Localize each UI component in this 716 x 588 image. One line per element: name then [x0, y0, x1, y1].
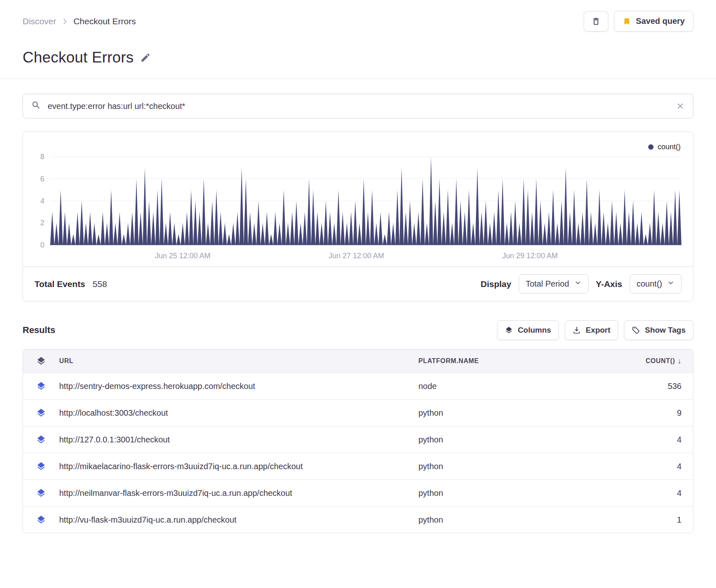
url-cell: http://vu-flask-m3uuizd7iq-uc.a.run.app/… — [59, 515, 418, 525]
export-label: Export — [586, 326, 610, 335]
yaxis-value: count() — [637, 279, 662, 289]
display-dropdown[interactable]: Total Period — [519, 274, 589, 294]
url-cell: http://sentry-demos-express.herokuapp.co… — [59, 382, 418, 391]
top-bar: Discover Checkout Errors Saved query — [23, 0, 693, 32]
yaxis-label: Y-Axis — [596, 279, 622, 289]
footer-controls: Display Total Period Y-Axis count() — [480, 274, 681, 294]
download-icon — [573, 326, 581, 334]
title-row: Checkout Errors — [23, 49, 693, 66]
edit-title-pencil-icon[interactable] — [140, 52, 151, 63]
platform-cell: python — [418, 408, 607, 418]
layers-icon[interactable] — [23, 408, 59, 418]
tag-icon — [632, 326, 640, 334]
x-axis-label: Jun 27 12:00 AM — [328, 252, 384, 260]
chevron-down-icon — [667, 279, 674, 289]
url-cell: http://127.0.0.1:3001/checkout — [59, 435, 418, 444]
bookmark-icon — [623, 17, 631, 25]
breadcrumb: Discover Checkout Errors — [23, 16, 136, 26]
plot-area — [50, 157, 681, 245]
table-row[interactable]: http://sentry-demos-express.herokuapp.co… — [23, 373, 693, 399]
layers-icon[interactable] — [23, 488, 59, 498]
table-row[interactable]: http://localhost:3003/checkoutpython9 — [23, 399, 693, 426]
layers-icon[interactable] — [23, 381, 59, 391]
legend-label: count() — [658, 143, 681, 151]
count-cell: 4 — [607, 435, 681, 444]
page-title: Checkout Errors — [23, 49, 134, 66]
yaxis-dropdown[interactable]: count() — [630, 274, 681, 294]
x-axis-label: Jun 25 12:00 AM — [155, 252, 210, 260]
y-axis-label: 8 — [40, 153, 44, 161]
search-icon — [31, 100, 41, 112]
total-events: Total Events 558 — [35, 279, 107, 289]
y-axis-label: 2 — [40, 219, 44, 227]
export-button[interactable]: Export — [565, 320, 618, 340]
chevron-right-icon — [61, 18, 69, 25]
total-events-value: 558 — [92, 279, 107, 289]
platform-cell: python — [418, 435, 607, 444]
url-cell: http://neilmanvar-flask-errors-m3uuizd7i… — [59, 488, 418, 498]
columns-label: Columns — [518, 326, 551, 335]
x-axis-label: Jun 29 12:00 AM — [502, 252, 558, 260]
y-axis: 86420 — [29, 157, 50, 245]
table-row[interactable]: http://mikaelacarino-flask-errors-m3uuiz… — [23, 453, 693, 479]
table-row[interactable]: http://neilmanvar-flask-errors-m3uuizd7i… — [23, 479, 693, 506]
y-axis-label: 0 — [40, 241, 44, 250]
layers-icon[interactable] — [23, 515, 59, 525]
count-cell: 536 — [607, 382, 681, 391]
delete-query-button[interactable] — [584, 11, 608, 32]
display-label: Display — [480, 279, 511, 289]
results-buttons: Columns Export Show Tags — [497, 320, 693, 340]
chart-footer: Total Events 558 Display Total Period Y-… — [23, 266, 693, 301]
layers-icon[interactable] — [23, 461, 59, 471]
count-cell: 4 — [607, 462, 681, 471]
layers-icon[interactable] — [23, 435, 59, 444]
platform-cell: python — [418, 515, 607, 525]
search-bar — [23, 94, 693, 118]
show-tags-label: Show Tags — [645, 326, 686, 335]
count-cell: 4 — [607, 488, 681, 498]
y-axis-label: 4 — [40, 197, 44, 205]
clear-search-icon[interactable] — [676, 102, 685, 111]
layers-icon[interactable] — [23, 356, 59, 366]
platform-cell: python — [418, 462, 607, 471]
platform-cell: node — [418, 382, 607, 391]
results-header: Results Columns Export Show Tags — [23, 320, 693, 340]
header-divider — [0, 79, 716, 79]
column-header-count[interactable]: COUNT() ↓ — [607, 357, 681, 366]
legend-dot-icon — [648, 144, 654, 150]
columns-button[interactable]: Columns — [497, 320, 559, 340]
display-value: Total Period — [526, 279, 569, 289]
header-actions: Saved query — [584, 11, 693, 32]
breadcrumb-discover[interactable]: Discover — [23, 16, 56, 26]
sort-desc-icon: ↓ — [677, 357, 681, 366]
results-table: URL PLATFORM.NAME COUNT() ↓ http://sentr… — [23, 349, 693, 533]
chevron-down-icon — [574, 279, 582, 289]
column-header-platform[interactable]: PLATFORM.NAME — [418, 357, 607, 365]
chart-legend[interactable]: count() — [648, 143, 681, 151]
count-cell: 1 — [607, 515, 681, 525]
area-series — [50, 157, 681, 245]
table-row[interactable]: http://vu-flask-m3uuizd7iq-uc.a.run.app/… — [23, 506, 693, 533]
saved-query-button[interactable]: Saved query — [614, 11, 693, 32]
table-header: URL PLATFORM.NAME COUNT() ↓ — [23, 350, 693, 373]
results-heading: Results — [23, 325, 55, 336]
table-row[interactable]: http://127.0.0.1:3001/checkoutpython4 — [23, 426, 693, 453]
url-cell: http://mikaelacarino-flask-errors-m3uuiz… — [59, 462, 418, 471]
breadcrumb-current: Checkout Errors — [74, 16, 136, 26]
search-input[interactable] — [48, 102, 669, 111]
column-header-url[interactable]: URL — [59, 357, 418, 365]
total-events-label: Total Events — [35, 279, 85, 289]
url-cell: http://localhost:3003/checkout — [59, 408, 418, 418]
x-axis: Jun 25 12:00 AMJun 27 12:00 AMJun 29 12:… — [50, 245, 681, 263]
trash-icon — [591, 17, 601, 26]
show-tags-button[interactable]: Show Tags — [624, 320, 693, 340]
count-cell: 9 — [607, 408, 681, 418]
platform-cell: python — [418, 488, 607, 498]
y-axis-label: 6 — [40, 174, 44, 183]
chart-panel: count() 86420 Jun 25 12:00 AMJun 27 12:0… — [23, 132, 693, 301]
saved-query-label: Saved query — [636, 16, 685, 26]
count-header-label: COUNT() — [646, 357, 675, 365]
table-body: http://sentry-demos-express.herokuapp.co… — [23, 373, 693, 533]
layers-icon — [505, 326, 513, 334]
chart: count() 86420 Jun 25 12:00 AMJun 27 12:0… — [23, 132, 693, 266]
